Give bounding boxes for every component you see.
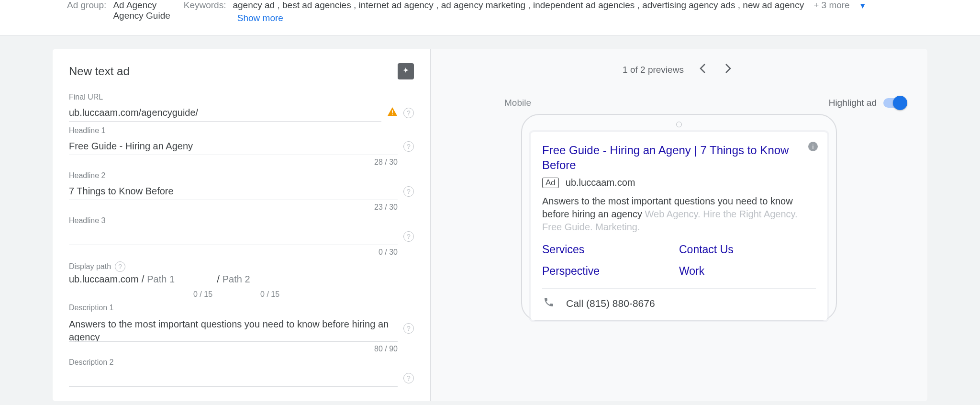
keyword-item: internet ad agency: [359, 0, 434, 10]
headline2-label: Headline 2: [69, 171, 414, 180]
chevron-down-icon[interactable]: ▾: [860, 0, 865, 11]
ad-group-value-line2: Agency Guide: [113, 11, 170, 21]
headline1-counter: 28 / 30: [69, 158, 414, 167]
keywords-more[interactable]: + 3 more: [813, 0, 850, 11]
call-text: Call (815) 880-8676: [566, 298, 655, 309]
help-icon[interactable]: ?: [403, 186, 414, 197]
headline3-label: Headline 3: [69, 216, 414, 225]
panel-title: New text ad: [69, 65, 130, 78]
sitelink[interactable]: Work: [679, 265, 816, 278]
help-icon[interactable]: ?: [403, 108, 414, 118]
help-icon[interactable]: ?: [115, 261, 125, 272]
final-url-label: Final URL: [69, 93, 414, 101]
sitelink[interactable]: Perspective: [542, 265, 679, 278]
info-icon[interactable]: i: [808, 142, 818, 151]
description1-input[interactable]: [69, 315, 398, 342]
ad-badge: Ad: [542, 178, 559, 188]
ad-group-value: Ad Agency: [113, 0, 170, 11]
call-extension[interactable]: Call (815) 880-8676: [542, 288, 816, 315]
description2-label: Description 2: [69, 358, 414, 367]
show-more-link[interactable]: Show more: [237, 13, 913, 23]
description1-counter: 80 / 90: [69, 345, 414, 353]
description2-input[interactable]: [69, 370, 398, 387]
headline2-input[interactable]: [69, 183, 398, 200]
keyword-item: ad agency marketing: [441, 0, 525, 10]
ad-preview-url: ub.luccaam.com: [566, 177, 635, 188]
final-url-input[interactable]: [69, 104, 381, 122]
highlight-ad-toggle[interactable]: [883, 98, 906, 108]
highlight-ad-label: Highlight ad: [829, 98, 877, 108]
headline3-counter: 0 / 30: [69, 248, 414, 257]
phone-speaker-icon: [676, 122, 682, 127]
phone-frame: i Free Guide - Hiring an Ageny | 7 Thing…: [521, 114, 837, 321]
keyword-item: independent ad agencies: [533, 0, 635, 10]
keywords-label: Keywords:: [184, 0, 226, 11]
help-icon[interactable]: ?: [403, 141, 414, 152]
keyword-item: advertising agency ads: [642, 0, 735, 10]
keywords-list: agency ad , best ad agencies , internet …: [233, 0, 804, 11]
path1-input[interactable]: [147, 272, 214, 287]
display-path-domain: ub.luccaam.com: [69, 274, 139, 285]
phone-icon: [543, 296, 555, 311]
warning-icon: [387, 107, 398, 119]
sparkle-icon[interactable]: [398, 63, 414, 79]
help-icon[interactable]: ?: [403, 373, 414, 383]
headline1-input[interactable]: [69, 138, 398, 155]
summary-bar: Ad group: Ad Agency Agency Guide Keyword…: [0, 0, 980, 35]
preview-panel: 1 of 2 previews Highlight ad Mobile i Fr…: [431, 49, 927, 401]
display-path-label: Display path: [69, 262, 111, 271]
headline1-label: Headline 1: [69, 126, 414, 135]
path2-input[interactable]: [223, 272, 290, 287]
help-icon[interactable]: ?: [403, 323, 414, 334]
keyword-item: new ad agency: [743, 0, 804, 10]
sitelinks: ServicesContact UsPerspectiveWork: [542, 243, 816, 278]
ad-preview-card: i Free Guide - Hiring an Ageny | 7 Thing…: [531, 132, 827, 320]
ad-preview-title[interactable]: Free Guide - Hiring an Ageny | 7 Things …: [542, 143, 816, 172]
prev-preview-button[interactable]: [695, 61, 710, 79]
sitelink[interactable]: Contact Us: [679, 243, 816, 256]
keyword-item: best ad agencies: [282, 0, 351, 10]
sitelink[interactable]: Services: [542, 243, 679, 256]
svg-rect-1: [392, 114, 393, 115]
help-icon[interactable]: ?: [403, 231, 414, 242]
path1-counter: 0 / 15: [193, 290, 212, 299]
headline3-input[interactable]: [69, 228, 398, 245]
description1-label: Description 1: [69, 304, 414, 312]
ad-group-label: Ad group:: [67, 0, 106, 11]
ad-preview-description: Answers to the most important questions …: [542, 195, 816, 234]
keyword-item: agency ad: [233, 0, 275, 10]
headline2-counter: 23 / 30: [69, 203, 414, 212]
next-preview-button[interactable]: [721, 61, 735, 79]
svg-rect-0: [392, 110, 393, 112]
ad-form-panel: New text ad Final URL ? Headline 1 ? 28 …: [53, 49, 431, 401]
preview-counter: 1 of 2 previews: [623, 65, 684, 75]
path2-counter: 0 / 15: [260, 290, 279, 299]
